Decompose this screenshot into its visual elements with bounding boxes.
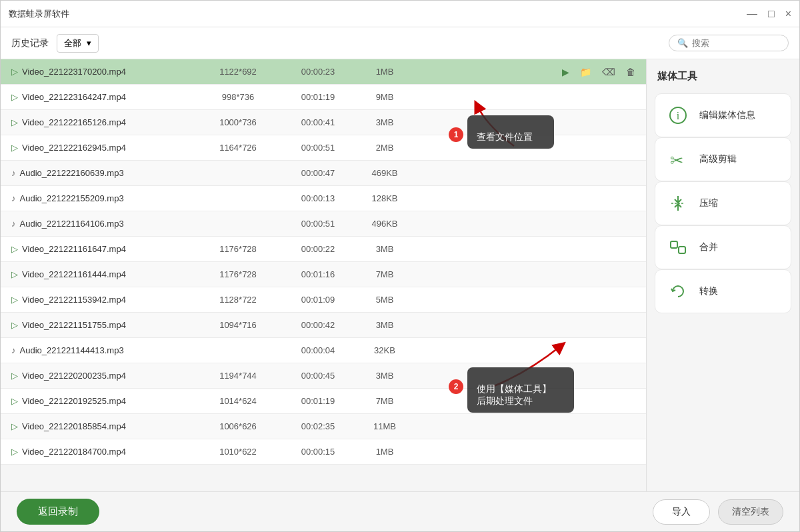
file-resolution: 1010*622: [198, 447, 278, 457]
video-icon: ▷: [11, 67, 18, 77]
tool-card-advanced-cut[interactable]: ✂ 高级剪辑: [655, 137, 791, 181]
filter-button[interactable]: ⌫: [602, 67, 615, 77]
file-name: ▷ Video_221221161647.mp4: [11, 244, 198, 254]
file-size: 3MB: [358, 320, 411, 330]
sidebar: 媒体工具 i 编辑媒体信息 ✂ 高级剪辑 压缩 合并 转换: [646, 59, 799, 491]
table-row[interactable]: ♪ Audio_221221144413.mp3 00:00:04 32KB: [1, 338, 646, 363]
merge-icon: [666, 235, 690, 259]
file-name: ♪ Audio_221222155209.mp3: [11, 193, 198, 203]
file-name: ▷ Video_221223164247.mp4: [11, 92, 198, 102]
file-name: ▷ Video_221221161444.mp4: [11, 269, 198, 279]
delete-button[interactable]: 🗑: [626, 67, 635, 77]
filter-dropdown[interactable]: 全部 ▾: [57, 34, 99, 53]
search-box[interactable]: 🔍: [669, 35, 789, 51]
filter-value: 全部: [64, 37, 81, 49]
table-row[interactable]: ▷ Video_221220184700.mp4 1010*622 00:00:…: [1, 439, 646, 465]
import-button[interactable]: 导入: [653, 499, 710, 525]
file-size: 469KB: [358, 168, 411, 178]
file-name: ▷ Video_221220200235.mp4: [11, 371, 198, 381]
file-size: 32KB: [358, 345, 411, 355]
search-icon: 🔍: [677, 38, 688, 48]
file-name: ♪ Audio_221221164106.mp3: [11, 219, 198, 229]
clear-button[interactable]: 清空列表: [718, 499, 783, 525]
video-icon: ▷: [11, 92, 18, 102]
audio-icon: ♪: [11, 345, 16, 355]
file-size: 2MB: [358, 143, 411, 153]
video-icon: ▷: [11, 447, 18, 457]
file-duration: 00:01:19: [278, 396, 358, 406]
tool-card-merge[interactable]: 合并: [655, 225, 791, 269]
file-size: 1MB: [358, 447, 411, 457]
file-duration: 00:00:41: [278, 117, 358, 127]
file-resolution: 1000*736: [198, 117, 278, 127]
audio-icon: ♪: [11, 168, 16, 178]
file-duration: 00:00:51: [278, 219, 358, 229]
compress-label: 压缩: [699, 197, 718, 209]
minimize-button[interactable]: —: [747, 9, 757, 19]
video-icon: ▷: [11, 396, 18, 406]
tool-card-compress[interactable]: 压缩: [655, 181, 791, 225]
file-resolution: 1094*716: [198, 320, 278, 330]
video-icon: ▷: [11, 421, 18, 431]
window-controls: — □ ×: [747, 9, 791, 19]
table-row[interactable]: ▷ Video_221221161444.mp4 1176*728 00:01:…: [1, 262, 646, 287]
tool-cards-container: i 编辑媒体信息 ✂ 高级剪辑 压缩 合并 转换: [655, 93, 791, 313]
folder-button[interactable]: 📁: [580, 67, 591, 77]
merge-label: 合并: [699, 241, 718, 253]
file-resolution: 1014*624: [198, 396, 278, 406]
file-name: ▷ Video_221220185854.mp4: [11, 421, 198, 431]
tool-card-edit-info[interactable]: i 编辑媒体信息: [655, 93, 791, 137]
file-name: ▷ Video_221221153942.mp4: [11, 295, 198, 305]
video-icon: ▷: [11, 244, 18, 254]
file-name: ▷ Video_221220184700.mp4: [11, 447, 198, 457]
compress-icon: [666, 191, 690, 215]
content-area: ▷ Video_221223170200.mp4 1122*692 00:00:…: [1, 59, 799, 491]
search-input[interactable]: [692, 38, 785, 48]
table-row[interactable]: ♪ Audio_221222160639.mp3 00:00:47 469KB: [1, 161, 646, 186]
file-duration: 00:00:42: [278, 320, 358, 330]
tool-card-convert[interactable]: 转换: [655, 269, 791, 313]
video-icon: ▷: [11, 117, 18, 127]
audio-icon: ♪: [11, 193, 16, 203]
file-duration: 00:01:16: [278, 269, 358, 279]
file-duration: 00:00:13: [278, 193, 358, 203]
table-row[interactable]: ▷ Video_221220185854.mp4 1006*626 00:02:…: [1, 414, 646, 439]
close-button[interactable]: ×: [785, 9, 791, 19]
file-size: 496KB: [358, 219, 411, 229]
file-duration: 00:00:45: [278, 371, 358, 381]
table-row[interactable]: ▷ Video_221223164247.mp4 998*736 00:01:1…: [1, 85, 646, 110]
file-size: 9MB: [358, 92, 411, 102]
audio-icon: ♪: [11, 219, 16, 229]
table-row[interactable]: ♪ Audio_221221164106.mp3 00:00:51 496KB: [1, 211, 646, 237]
file-size: 7MB: [358, 396, 411, 406]
convert-label: 转换: [699, 285, 718, 297]
table-row[interactable]: ♪ Audio_221222155209.mp3 00:00:13 128KB: [1, 186, 646, 211]
table-row[interactable]: ▷ Video_221221161647.mp4 1176*728 00:00:…: [1, 237, 646, 262]
toolbar: 历史记录 全部 ▾ 🔍: [1, 27, 799, 59]
main-window: 数据蛙录屏软件 — □ × 历史记录 全部 ▾ 🔍 ▷ Video_221223…: [0, 0, 800, 532]
file-duration: 00:01:19: [278, 92, 358, 102]
table-row[interactable]: ▷ Video_221221151755.mp4 1094*716 00:00:…: [1, 313, 646, 338]
file-resolution: 1194*744: [198, 371, 278, 381]
file-size: 1MB: [358, 67, 411, 77]
chevron-down-icon: ▾: [87, 38, 91, 48]
table-row[interactable]: ▷ Video_221221153942.mp4 1128*722 00:01:…: [1, 287, 646, 313]
svg-text:i: i: [677, 110, 680, 121]
table-row[interactable]: ▷ Video_221223170200.mp4 1122*692 00:00:…: [1, 59, 646, 85]
history-label: 历史记录: [11, 37, 49, 49]
window-title: 数据蛙录屏软件: [9, 8, 69, 20]
annotation-circle-2: 2: [449, 379, 463, 394]
file-duration: 00:00:47: [278, 168, 358, 178]
return-button[interactable]: 返回录制: [17, 499, 99, 525]
file-duration: 00:02:35: [278, 421, 358, 431]
file-size: 3MB: [358, 244, 411, 254]
file-resolution: 1122*692: [198, 67, 278, 77]
file-size: 128KB: [358, 193, 411, 203]
maximize-button[interactable]: □: [768, 9, 775, 19]
file-resolution: 1128*722: [198, 295, 278, 305]
play-button[interactable]: ▶: [562, 67, 569, 77]
file-resolution: 1176*728: [198, 269, 278, 279]
file-size: 5MB: [358, 295, 411, 305]
file-list-wrapper: ▷ Video_221223170200.mp4 1122*692 00:00:…: [1, 59, 646, 491]
file-duration: 00:00:51: [278, 143, 358, 153]
